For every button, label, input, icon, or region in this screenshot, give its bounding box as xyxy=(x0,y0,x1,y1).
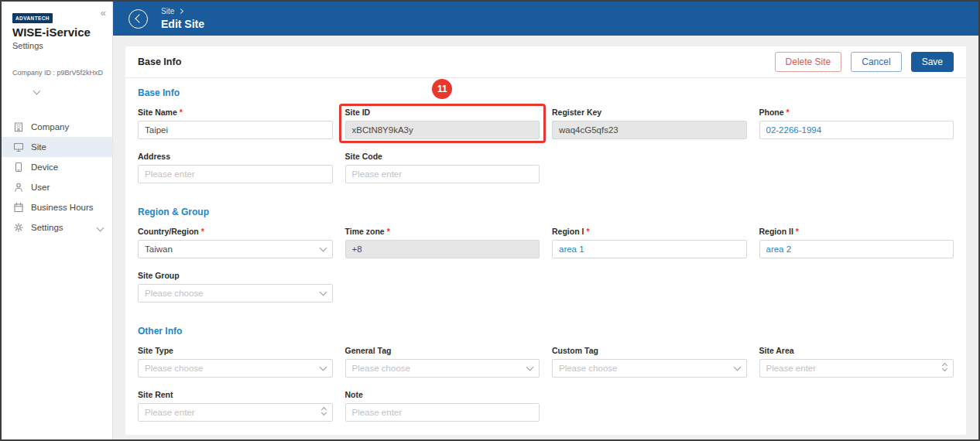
required-marker xyxy=(793,227,799,236)
section-title-region-group: Region & Group xyxy=(138,207,954,217)
base-info-grid: Site Name 11 Site ID Register Key xyxy=(138,108,954,183)
app-window: ADVANTECH « WISE-iService Settings Compa… xyxy=(0,0,980,441)
sidebar-item-label: User xyxy=(31,183,50,192)
field-label: Note xyxy=(345,390,363,399)
page-title: Edit Site xyxy=(161,18,204,30)
field-label: Site Rent xyxy=(138,390,173,399)
arrow-left-icon xyxy=(135,14,143,22)
card-header: Base Info Delete Site Cancel Save xyxy=(125,46,966,78)
sidebar-item-label: Site xyxy=(31,142,46,152)
phone-input[interactable] xyxy=(759,121,954,139)
save-button[interactable]: Save xyxy=(911,52,954,72)
section-title-base-info: Base Info xyxy=(138,87,954,98)
app-subtitle: Settings xyxy=(12,41,105,50)
field-label: Site Group xyxy=(138,271,180,280)
sidebar-header: ADVANTECH « WISE-iService Settings xyxy=(2,2,112,50)
chevron-right-icon xyxy=(178,9,183,14)
card-title: Base Info xyxy=(138,56,181,67)
sidebar-item-site[interactable]: Site xyxy=(2,137,112,157)
field-label: Phone xyxy=(759,108,784,117)
site-type-select[interactable]: Please choose xyxy=(138,359,333,378)
field-label: Region I xyxy=(552,227,584,236)
chevron-down-icon xyxy=(33,87,41,95)
note-input[interactable] xyxy=(345,403,540,422)
field-label: Site Name xyxy=(138,108,177,117)
number-stepper[interactable] xyxy=(322,410,326,415)
field-register-key: Register Key xyxy=(552,108,747,139)
annotation-badge: 11 xyxy=(432,79,452,99)
sidebar-menu: Company Site Device User xyxy=(2,117,112,238)
sidebar-item-business-hours[interactable]: Business Hours xyxy=(2,197,112,217)
required-marker xyxy=(199,227,204,236)
chevron-down-icon xyxy=(319,244,327,252)
sidebar-item-user[interactable]: User xyxy=(2,177,112,197)
delete-site-button[interactable]: Delete Site xyxy=(775,52,842,72)
region-1-input[interactable] xyxy=(552,240,747,258)
sidebar-item-label: Company xyxy=(31,122,69,132)
field-site-area: Site Area Please enter xyxy=(759,346,954,378)
region-2-input[interactable] xyxy=(759,240,954,258)
field-site-id: 11 Site ID xyxy=(345,108,540,139)
sidebar: ADVANTECH « WISE-iService Settings Compa… xyxy=(2,2,113,439)
field-label: Site Type xyxy=(138,346,173,355)
register-key-input xyxy=(552,121,747,139)
field-site-rent: Site Rent Please enter xyxy=(138,390,333,422)
field-site-group: Site Group Please choose xyxy=(138,271,333,303)
site-group-select[interactable]: Please choose xyxy=(138,284,333,303)
stepper-down-icon[interactable] xyxy=(320,410,326,415)
breadcrumb-site[interactable]: Site xyxy=(161,7,174,15)
field-label: Region II xyxy=(759,227,793,236)
required-marker xyxy=(177,108,183,117)
advantech-logo: ADVANTECH xyxy=(12,13,53,23)
number-stepper[interactable] xyxy=(943,366,947,371)
general-tag-select[interactable]: Please choose xyxy=(345,359,540,378)
sidebar-item-settings[interactable]: Settings xyxy=(2,217,112,238)
header-text: Site Edit Site xyxy=(161,7,204,30)
site-area-input[interactable]: Please enter xyxy=(759,359,954,378)
country-region-select[interactable]: Taiwan xyxy=(138,240,333,258)
custom-tag-select[interactable]: Please choose xyxy=(552,359,747,378)
field-address: Address xyxy=(138,152,333,183)
back-button[interactable] xyxy=(128,9,148,29)
device-icon xyxy=(13,162,24,173)
required-marker xyxy=(385,227,390,236)
field-label: General Tag xyxy=(345,346,392,355)
site-id-input xyxy=(345,121,540,139)
site-name-input[interactable] xyxy=(138,121,333,139)
address-input[interactable] xyxy=(138,165,333,183)
field-label: Register Key xyxy=(552,108,601,117)
content-area: Base Info Delete Site Cancel Save Base I… xyxy=(113,36,978,439)
edit-site-card: Base Info Delete Site Cancel Save Base I… xyxy=(125,46,966,435)
field-region-1: Region I xyxy=(552,227,747,258)
stepper-down-icon[interactable] xyxy=(942,366,947,371)
chevron-down-icon xyxy=(97,224,105,231)
user-icon xyxy=(13,182,24,193)
collapse-sidebar-icon[interactable]: « xyxy=(101,8,106,18)
app-name: WISE-iService xyxy=(12,26,105,39)
field-country-region: Country/Region Taiwan xyxy=(138,227,333,258)
site-rent-input[interactable]: Please enter xyxy=(138,403,333,422)
field-note: Note xyxy=(345,390,540,422)
company-expander[interactable] xyxy=(34,83,112,97)
field-label: Custom Tag xyxy=(552,346,598,355)
breadcrumb[interactable]: Site xyxy=(161,7,204,15)
card-body: Base Info Site Name 11 Site ID xyxy=(125,78,966,432)
site-code-input[interactable] xyxy=(345,165,540,183)
cancel-button[interactable]: Cancel xyxy=(851,52,901,72)
chevron-down-icon xyxy=(319,364,327,371)
field-label: Country/Region xyxy=(138,227,199,236)
sidebar-item-device[interactable]: Device xyxy=(2,157,112,177)
field-site-type: Site Type Please choose xyxy=(138,346,333,378)
other-info-grid: Site Type Please choose General Tag Plea… xyxy=(138,346,954,422)
field-label: Site Area xyxy=(759,346,794,355)
chevron-down-icon xyxy=(733,364,741,371)
sidebar-item-label: Settings xyxy=(31,223,63,232)
chevron-down-icon xyxy=(526,364,534,371)
card-actions: Delete Site Cancel Save xyxy=(775,52,954,72)
site-icon xyxy=(13,142,24,152)
sidebar-item-company[interactable]: Company xyxy=(2,117,112,137)
required-marker xyxy=(584,227,589,236)
field-region-2: Region II xyxy=(759,227,954,258)
required-marker xyxy=(784,108,790,117)
sidebar-item-label: Device xyxy=(31,162,58,172)
